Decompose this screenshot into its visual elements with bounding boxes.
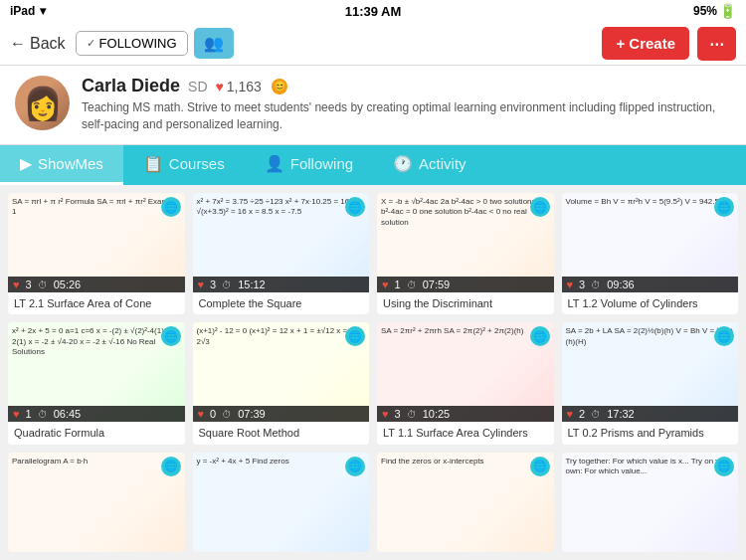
video-title: LT 2.1 Surface Area of Cone bbox=[8, 292, 185, 314]
video-card[interactable]: Parallelogram A = b·h 🌐 bbox=[8, 453, 185, 552]
video-footer: ♥ 2 ⏱ 17:32 bbox=[562, 406, 739, 422]
following-icon: 👤 bbox=[265, 154, 284, 173]
video-title: LT 0.2 Prisms and Pyramids bbox=[562, 422, 739, 444]
tab-activity[interactable]: 🕐 Activity bbox=[373, 145, 486, 185]
heart-icon: ♥ bbox=[198, 279, 205, 290]
following-label: FOLLOWING bbox=[99, 36, 177, 51]
video-footer: ♥ 3 ⏱ 15:12 bbox=[193, 277, 370, 292]
video-time: 10:25 bbox=[423, 408, 451, 420]
video-footer: ♥ 1 ⏱ 06:45 bbox=[8, 406, 185, 422]
video-thumbnail: x² + 2x + 5 = 0 a=1 c=6 x = -(2) ± √(2)²… bbox=[8, 322, 185, 422]
video-card[interactable]: Find the zeros or x-intercepts 🌐 bbox=[377, 453, 554, 552]
video-card[interactable]: x² + 7x² = 3.75 ÷25 ÷123 x² + 7x·10.25 =… bbox=[193, 193, 370, 314]
clock-icon: ⏱ bbox=[591, 280, 601, 290]
globe-icon: 🌐 bbox=[530, 326, 550, 346]
heart-icon: ♥ bbox=[13, 408, 20, 420]
thumb-background: Try together: For which value is x... Tr… bbox=[562, 453, 739, 552]
tab-courses[interactable]: 📋 Courses bbox=[123, 145, 245, 185]
thumb-background: Find the zeros or x-intercepts bbox=[377, 453, 554, 552]
video-title: Quadratic Formula bbox=[8, 422, 185, 444]
video-title: Square Root Method bbox=[193, 422, 370, 444]
video-card[interactable]: SA = πrl + π r² Formula SA = πrl + πr² E… bbox=[8, 193, 185, 314]
video-card[interactable]: (x+1)² - 12 = 0 (x+1)² = 12 x + 1 = ±√12… bbox=[193, 322, 370, 444]
heart-icon: ♥ bbox=[198, 408, 205, 420]
following-button[interactable]: ✓ FOLLOWING bbox=[76, 31, 188, 56]
back-label: Back bbox=[30, 35, 66, 53]
tab-courses-label: Courses bbox=[169, 155, 225, 172]
back-arrow-icon: ← bbox=[10, 35, 26, 53]
clock-icon: ⏱ bbox=[38, 280, 48, 290]
video-thumbnail: Try together: For which value is x... Tr… bbox=[562, 453, 739, 552]
heart-count: 3 bbox=[395, 408, 401, 420]
video-thumbnail: SA = 2b + LA SA = 2(2)½(b)(h) V = Bh V =… bbox=[562, 322, 739, 422]
tab-following[interactable]: 👤 Following bbox=[245, 145, 373, 185]
heart-icon: ♥ bbox=[382, 279, 389, 290]
video-thumbnail: (x+1)² - 12 = 0 (x+1)² = 12 x + 1 = ±√12… bbox=[193, 322, 370, 422]
group-icon: 👥 bbox=[204, 35, 224, 52]
video-card[interactable]: X = -b ± √b²-4ac 2a b²-4ac > 0 two solut… bbox=[377, 193, 554, 314]
math-content: Find the zeros or x-intercepts bbox=[377, 453, 554, 552]
thumb-background: y = -x² + 4x + 5 Find zeros bbox=[193, 453, 370, 552]
math-content: Try together: For which value is x... Tr… bbox=[562, 453, 739, 552]
video-footer: ♥ 3 ⏱ 05:26 bbox=[8, 277, 185, 292]
clock-icon: ⏱ bbox=[222, 409, 232, 420]
video-thumbnail: SA = 2πr² + 2πrh SA = 2π(2)² + 2π(2)(h) … bbox=[377, 322, 554, 422]
heart-count: 2 bbox=[579, 408, 585, 420]
video-time: 07:59 bbox=[423, 279, 451, 290]
heart-count: 3 bbox=[579, 279, 585, 290]
heart-icon: ♥ bbox=[567, 279, 574, 290]
video-card[interactable]: SA = 2πr² + 2πrh SA = 2π(2)² + 2π(2)(h) … bbox=[377, 322, 554, 444]
globe-icon: 🌐 bbox=[345, 197, 365, 217]
avatar: 👩 bbox=[15, 76, 70, 130]
status-bar: iPad ▾ 11:39 AM 95% 🔋 bbox=[0, 0, 746, 22]
globe-icon: 🌐 bbox=[530, 197, 550, 217]
heart-count: 3 bbox=[210, 279, 216, 290]
activity-icon: 🕐 bbox=[393, 154, 413, 173]
back-button[interactable]: ← Back bbox=[10, 35, 66, 53]
clock-icon: ⏱ bbox=[407, 280, 417, 290]
courses-icon: 📋 bbox=[143, 154, 163, 173]
tab-showmes[interactable]: ▶ ShowMes bbox=[0, 145, 123, 185]
video-thumbnail: X = -b ± √b²-4ac 2a b²-4ac > 0 two solut… bbox=[377, 193, 554, 292]
video-title: LT 1.1 Surface Area Cylinders bbox=[377, 422, 554, 444]
video-card[interactable]: Try together: For which value is x... Tr… bbox=[562, 453, 739, 552]
video-card[interactable]: y = -x² + 4x + 5 Find zeros 🌐 bbox=[193, 453, 370, 552]
tab-following-label: Following bbox=[290, 155, 353, 172]
heart-count: 1 bbox=[26, 408, 32, 420]
video-card[interactable]: Volume = Bh V = πr²h V = 5(9.5²) V = 942… bbox=[562, 193, 739, 314]
video-title: Using the Discriminant bbox=[377, 292, 554, 314]
video-card[interactable]: SA = 2b + LA SA = 2(2)½(b)(h) V = Bh V =… bbox=[562, 322, 739, 444]
profile-badge: SD bbox=[188, 79, 207, 94]
video-card[interactable]: x² + 2x + 5 = 0 a=1 c=6 x = -(2) ± √(2)²… bbox=[8, 322, 185, 444]
video-footer: ♥ 3 ⏱ 10:25 bbox=[377, 406, 554, 422]
heart-icon: ♥ bbox=[216, 79, 224, 94]
heart-count: 1 bbox=[395, 279, 401, 290]
heart-icon: ♥ bbox=[567, 408, 574, 420]
battery-percent: 95% bbox=[693, 4, 717, 18]
status-time: 11:39 AM bbox=[345, 4, 402, 19]
more-button[interactable]: ⋯ bbox=[697, 27, 736, 61]
video-thumbnail: y = -x² + 4x + 5 Find zeros 🌐 bbox=[193, 453, 370, 552]
globe-icon: 🌐 bbox=[345, 457, 365, 476]
video-thumbnail: x² + 7x² = 3.75 ÷25 ÷123 x² + 7x·10.25 =… bbox=[193, 193, 370, 292]
video-thumbnail: Find the zeros or x-intercepts 🌐 bbox=[377, 453, 554, 552]
create-button[interactable]: + Create bbox=[602, 27, 689, 60]
video-time: 06:45 bbox=[54, 408, 82, 420]
globe-icon: 🌐 bbox=[161, 197, 181, 217]
battery-icon: 🔋 bbox=[719, 3, 736, 19]
smile-badge: 😊 bbox=[272, 79, 287, 94]
thumb-background: Parallelogram A = b·h bbox=[8, 453, 185, 552]
heart-count: 0 bbox=[210, 408, 216, 420]
top-nav: ← Back ✓ FOLLOWING 👥 + Create ⋯ bbox=[0, 22, 746, 66]
video-time: 09:36 bbox=[607, 279, 635, 290]
ipad-label: iPad bbox=[10, 4, 35, 18]
video-thumbnail: SA = πrl + π r² Formula SA = πrl + πr² E… bbox=[8, 193, 185, 292]
group-button[interactable]: 👥 bbox=[194, 28, 234, 59]
showmes-icon: ▶ bbox=[20, 154, 32, 173]
globe-icon: 🌐 bbox=[714, 197, 734, 217]
avatar-image: 👩 bbox=[15, 76, 70, 130]
clock-icon: ⏱ bbox=[407, 409, 417, 420]
status-left: iPad ▾ bbox=[10, 4, 46, 18]
video-footer: ♥ 3 ⏱ 09:36 bbox=[562, 277, 739, 292]
heart-count: 3 bbox=[26, 279, 32, 290]
